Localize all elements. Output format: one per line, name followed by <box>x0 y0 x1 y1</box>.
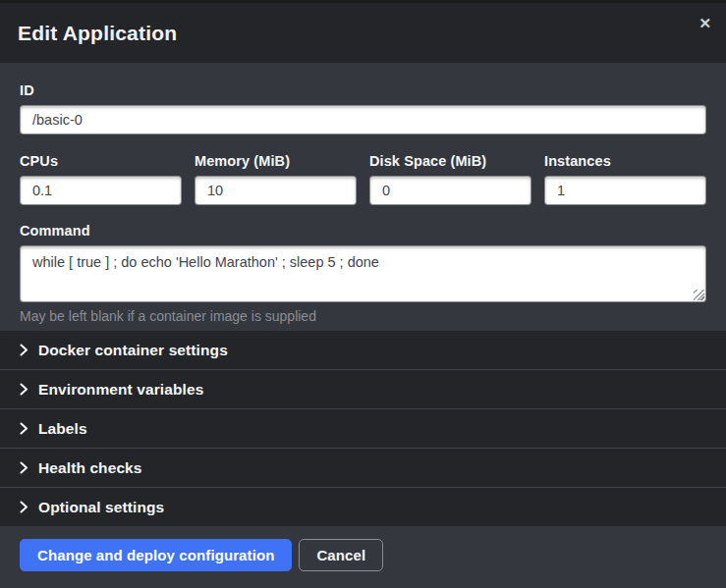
section-label: Environment variables <box>38 381 203 399</box>
cpus-input[interactable] <box>20 176 182 205</box>
section-label: Labels <box>38 420 87 438</box>
chevron-right-icon <box>20 461 28 474</box>
field-instances: Instances <box>544 153 706 205</box>
instances-label: Instances <box>544 153 706 170</box>
modal-header: Edit Application ✕ <box>0 3 726 63</box>
chevron-right-icon <box>20 383 28 396</box>
resources-row: CPUs Memory (MiB) Disk Space (MiB) Insta… <box>20 153 706 205</box>
section-health-checks[interactable]: Health checks <box>0 448 726 487</box>
field-disk-space: Disk Space (MiB) <box>369 153 531 205</box>
section-docker-container-settings[interactable]: Docker container settings <box>0 331 726 369</box>
disk-space-input[interactable] <box>369 176 531 205</box>
id-input[interactable] <box>20 105 706 134</box>
edit-application-modal: Edit Application ✕ ID CPUs Memory (MiB) … <box>0 0 726 588</box>
page-title: Edit Application <box>18 22 177 45</box>
command-input[interactable]: while [ true ] ; do echo 'Hello Marathon… <box>20 245 706 302</box>
modal-footer: Change and deploy configuration Cancel <box>0 526 726 588</box>
cpus-label: CPUs <box>20 153 182 170</box>
section-optional-settings[interactable]: Optional settings <box>0 487 726 526</box>
memory-input[interactable] <box>195 176 357 205</box>
section-label: Docker container settings <box>38 342 228 359</box>
chevron-right-icon <box>20 422 28 435</box>
command-helper-text: May be left blank if a container image i… <box>20 308 706 324</box>
chevron-right-icon <box>20 501 28 513</box>
section-environment-variables[interactable]: Environment variables <box>0 369 726 408</box>
section-label: Optional settings <box>38 499 164 516</box>
cancel-button[interactable]: Cancel <box>299 539 383 571</box>
field-memory: Memory (MiB) <box>195 153 357 205</box>
field-command: Command while [ true ] ; do echo 'Hello … <box>20 223 706 324</box>
collapsible-sections: Docker container settings Environment va… <box>0 331 726 526</box>
memory-label: Memory (MiB) <box>195 153 357 170</box>
field-cpus: CPUs <box>20 153 182 205</box>
section-labels[interactable]: Labels <box>0 408 726 448</box>
chevron-right-icon <box>20 344 28 356</box>
id-label: ID <box>20 82 706 99</box>
command-label: Command <box>20 223 706 240</box>
field-id: ID <box>20 82 706 134</box>
application-form: ID CPUs Memory (MiB) Disk Space (MiB) In… <box>0 63 726 331</box>
section-label: Health checks <box>38 459 142 477</box>
close-icon[interactable]: ✕ <box>698 16 711 30</box>
disk-space-label: Disk Space (MiB) <box>369 153 531 170</box>
change-and-deploy-button[interactable]: Change and deploy configuration <box>20 539 292 571</box>
instances-input[interactable] <box>544 176 706 205</box>
